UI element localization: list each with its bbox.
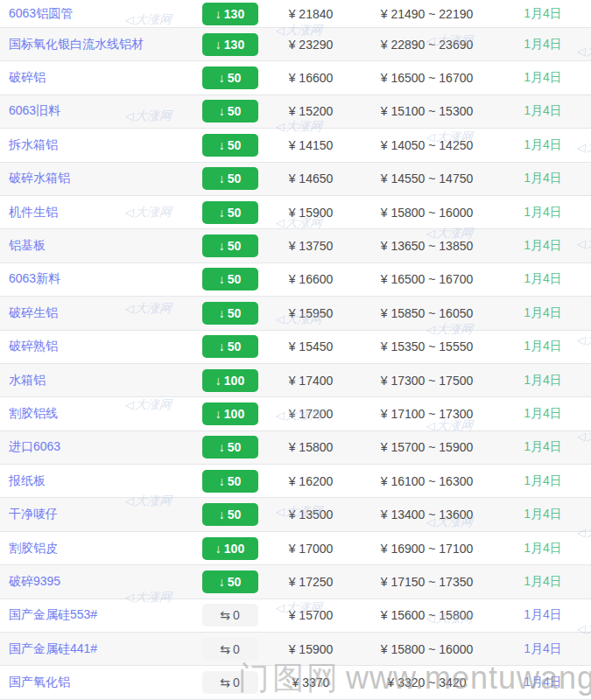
- average-price: ¥ 23290: [263, 38, 359, 52]
- table-row[interactable]: 破碎生铝↓50¥ 15950¥ 15850 ~ 160501月4日: [0, 297, 591, 330]
- item-name-link[interactable]: 割胶铝皮: [0, 541, 197, 556]
- change-badge-cell: ↓100: [197, 402, 263, 425]
- average-price: ¥ 17200: [263, 407, 359, 421]
- quote-date: 1月4日: [495, 339, 591, 354]
- down-arrow-icon: ↓: [219, 172, 225, 186]
- item-name-link[interactable]: 报纸板: [0, 473, 197, 489]
- quote-date: 1月4日: [495, 607, 591, 623]
- item-name-link[interactable]: 割胶铝线: [0, 406, 197, 422]
- item-name-link[interactable]: 破碎铝: [0, 70, 197, 86]
- down-arrow-icon: ↓: [215, 374, 222, 388]
- table-row[interactable]: 国标氧化银白流水线铝材↓130¥ 23290¥ 22890 ~ 236901月4…: [0, 28, 591, 61]
- change-badge-cell: ↓50: [197, 503, 263, 526]
- quote-date: 1月4日: [495, 439, 591, 455]
- table-row[interactable]: 拆水箱铝↓50¥ 14150¥ 14050 ~ 142501月4日: [0, 129, 591, 162]
- average-price: ¥ 15450: [263, 340, 359, 354]
- price-down-badge: ↓50: [202, 268, 258, 290]
- down-arrow-icon: ↓: [219, 71, 225, 85]
- item-name-link[interactable]: 国产金属硅553#: [0, 607, 197, 623]
- item-name-link[interactable]: 6063铝圆管: [0, 6, 197, 22]
- price-flat-badge: ⇆0: [202, 671, 258, 694]
- item-name-link[interactable]: 破碎熟铝: [0, 339, 197, 354]
- item-name-link[interactable]: 铝基板: [0, 238, 197, 254]
- price-range: ¥ 15800 ~ 16000: [359, 206, 495, 220]
- quote-date: 1月4日: [495, 641, 591, 657]
- change-badge-cell: ⇆0: [197, 638, 263, 661]
- price-range: ¥ 13400 ~ 13600: [359, 508, 495, 522]
- down-arrow-icon: ↓: [219, 474, 225, 488]
- price-range: ¥ 17300 ~ 17500: [359, 374, 495, 388]
- price-down-badge: ↓50: [202, 470, 258, 493]
- item-name-link[interactable]: 6063旧料: [0, 103, 197, 119]
- price-range: ¥ 15350 ~ 15550: [359, 340, 495, 354]
- table-row[interactable]: 6063铝圆管↓130¥ 21840¥ 21490 ~ 221901月4日: [0, 0, 591, 28]
- quote-date: 1月4日: [495, 70, 591, 86]
- down-arrow-icon: ↓: [215, 542, 222, 556]
- quote-date: 1月4日: [495, 305, 591, 321]
- quote-date: 1月4日: [495, 205, 591, 220]
- quote-date: 1月4日: [495, 271, 591, 287]
- quote-date: 1月4日: [495, 171, 591, 186]
- down-arrow-icon: ↓: [215, 407, 222, 421]
- quote-date: 1月4日: [495, 574, 591, 590]
- average-price: ¥ 13500: [263, 508, 359, 522]
- item-name-link[interactable]: 进口6063: [0, 439, 197, 455]
- change-badge-cell: ↓130: [197, 33, 263, 56]
- table-row[interactable]: 机件生铝↓50¥ 15900¥ 15800 ~ 160001月4日: [0, 196, 591, 229]
- quote-date: 1月4日: [495, 406, 591, 422]
- price-range: ¥ 15100 ~ 15300: [359, 104, 495, 118]
- price-range: ¥ 21490 ~ 22190: [359, 7, 495, 21]
- price-down-badge: ↓50: [202, 436, 258, 458]
- item-name-link[interactable]: 破碎9395: [0, 574, 197, 590]
- table-row[interactable]: 国产金属硅553#⇆0¥ 15700¥ 15600 ~ 158001月4日: [0, 599, 591, 633]
- change-badge-cell: ↓50: [197, 100, 263, 122]
- item-name-link[interactable]: 国标氧化银白流水线铝材: [0, 37, 197, 52]
- item-name-link[interactable]: 破碎水箱铝: [0, 171, 197, 186]
- table-row[interactable]: 割胶铝线↓100¥ 17200¥ 17100 ~ 173001月4日: [0, 397, 591, 430]
- price-down-badge: ↓50: [202, 302, 258, 325]
- price-table: 6063铝圆管↓130¥ 21840¥ 21490 ~ 221901月4日国标氧…: [0, 0, 591, 700]
- price-range: ¥ 14050 ~ 14250: [359, 138, 495, 152]
- table-row[interactable]: 报纸板↓50¥ 16200¥ 16100 ~ 163001月4日: [0, 465, 591, 498]
- table-row[interactable]: 破碎铝↓50¥ 16600¥ 16500 ~ 167001月4日: [0, 61, 591, 94]
- table-row[interactable]: 国产金属硅441#⇆0¥ 15900¥ 15800 ~ 160001月4日: [0, 633, 591, 666]
- item-name-link[interactable]: 6063新料: [0, 271, 197, 287]
- table-row[interactable]: 铝基板↓50¥ 13750¥ 13650 ~ 138501月4日: [0, 229, 591, 262]
- average-price: ¥ 17250: [263, 575, 359, 589]
- average-price: ¥ 16200: [263, 474, 359, 488]
- item-name-link[interactable]: 国产金属硅441#: [0, 641, 197, 657]
- table-row[interactable]: 6063新料↓50¥ 16600¥ 16500 ~ 167001月4日: [0, 263, 591, 297]
- item-name-link[interactable]: 干净唛仔: [0, 507, 197, 522]
- table-row[interactable]: 进口6063↓50¥ 15800¥ 15700 ~ 159001月4日: [0, 431, 591, 465]
- average-price: ¥ 15200: [263, 104, 359, 118]
- price-down-badge: ↓50: [202, 167, 258, 190]
- table-row[interactable]: 破碎水箱铝↓50¥ 14650¥ 14550 ~ 147501月4日: [0, 163, 591, 196]
- table-row[interactable]: 国产氧化铝⇆0¥ 3370¥ 3320 ~ 34201月4日: [0, 666, 591, 699]
- item-name-link[interactable]: 拆水箱铝: [0, 137, 197, 153]
- change-badge-cell: ↓50: [197, 167, 263, 190]
- item-name-link[interactable]: 水箱铝: [0, 373, 197, 388]
- quote-date: 1月4日: [495, 6, 591, 22]
- table-row[interactable]: 破碎9395↓50¥ 17250¥ 17150 ~ 173501月4日: [0, 565, 591, 598]
- item-name-link[interactable]: 机件生铝: [0, 205, 197, 220]
- table-row[interactable]: 破碎熟铝↓50¥ 15450¥ 15350 ~ 155501月4日: [0, 331, 591, 364]
- item-name-link[interactable]: 国产氧化铝: [0, 675, 197, 690]
- change-badge-cell: ↓50: [197, 66, 263, 89]
- table-row[interactable]: 割胶铝皮↓100¥ 17000¥ 16900 ~ 171001月4日: [0, 532, 591, 565]
- table-row[interactable]: 干净唛仔↓50¥ 13500¥ 13400 ~ 136001月4日: [0, 498, 591, 531]
- price-range: ¥ 22890 ~ 23690: [359, 38, 495, 52]
- table-row[interactable]: 6063旧料↓50¥ 15200¥ 15100 ~ 153001月4日: [0, 95, 591, 129]
- down-arrow-icon: ↓: [219, 138, 225, 152]
- price-down-badge: ↓130: [202, 33, 258, 56]
- quote-date: 1月4日: [495, 137, 591, 153]
- table-row[interactable]: 水箱铝↓100¥ 17400¥ 17300 ~ 175001月4日: [0, 364, 591, 397]
- down-arrow-icon: ↓: [215, 38, 222, 52]
- average-price: ¥ 15700: [263, 608, 359, 622]
- down-arrow-icon: ↓: [219, 239, 225, 253]
- flat-arrows-icon: ⇆: [220, 676, 230, 690]
- quote-date: 1月4日: [495, 103, 591, 119]
- change-badge-cell: ↓130: [197, 3, 263, 25]
- quote-date: 1月4日: [495, 238, 591, 254]
- item-name-link[interactable]: 破碎生铝: [0, 305, 197, 321]
- price-down-badge: ↓100: [202, 402, 258, 425]
